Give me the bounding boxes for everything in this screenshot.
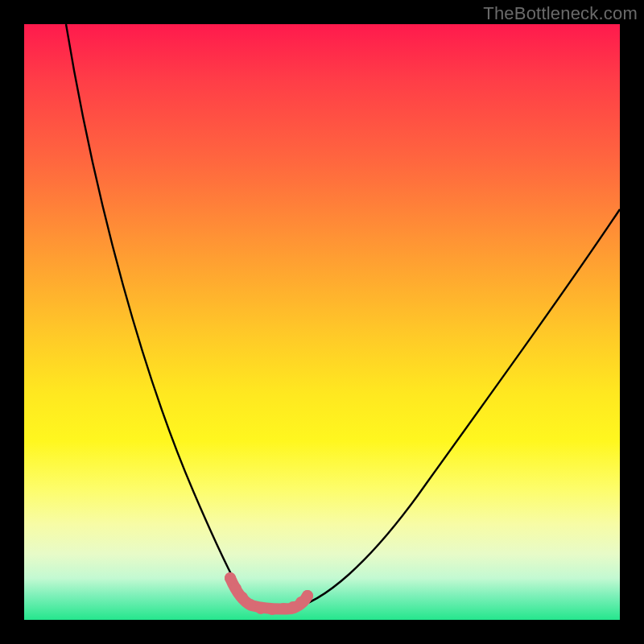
curve-left-branch: [66, 24, 248, 605]
plot-area: [24, 24, 620, 620]
marker-dot: [245, 599, 256, 610]
marker-dot: [225, 572, 236, 584]
watermark-text: TheBottleneck.com: [483, 3, 638, 24]
marker-dot: [266, 604, 278, 615]
marker-dot: [302, 590, 313, 601]
outer-frame: TheBottleneck.com: [0, 0, 644, 644]
curve-right-branch: [290, 209, 620, 609]
chart-svg: [24, 24, 620, 620]
marker-dot: [255, 603, 266, 614]
marker-dot: [278, 603, 289, 614]
